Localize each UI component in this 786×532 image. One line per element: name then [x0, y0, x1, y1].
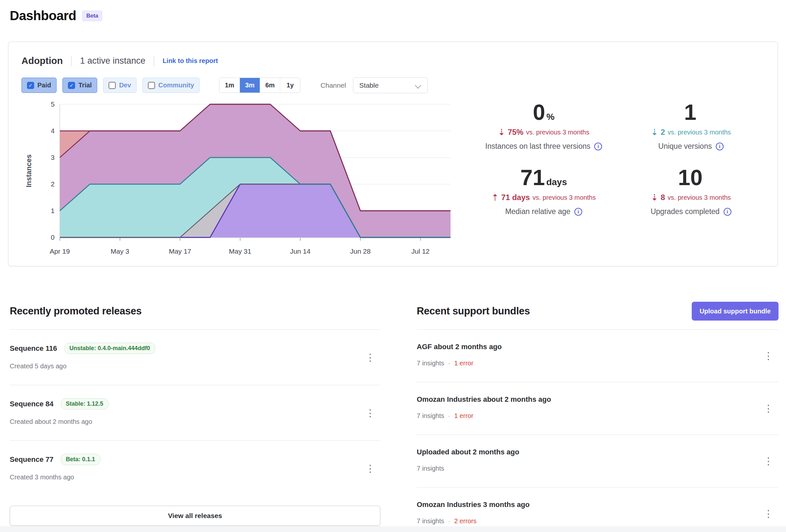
bundle-insights: 7 insights	[417, 412, 444, 420]
bundle-title: Omozan Industries about 2 months ago	[417, 395, 551, 404]
stat-value: 71	[521, 166, 545, 188]
release-channel-badge: Beta: 0.1.1	[61, 454, 100, 465]
range-1y[interactable]: 1y	[280, 78, 300, 93]
stat-value: 0	[533, 101, 545, 123]
checkbox-icon	[27, 82, 34, 89]
svg-text:May 31: May 31	[229, 247, 251, 255]
kebab-menu-icon[interactable]	[762, 401, 775, 416]
info-icon[interactable]	[594, 143, 602, 150]
upload-support-bundle-button[interactable]: Upload support bundle	[692, 302, 779, 320]
bundle-title: Uploaded about 2 months ago	[417, 448, 519, 456]
release-created: Created 5 days ago	[10, 362, 67, 370]
checkbox-icon	[109, 82, 116, 89]
bundle-insights: 7 insights	[417, 360, 444, 367]
page-bottom-strip	[0, 526, 786, 532]
svg-text:Instances: Instances	[25, 154, 33, 187]
release-row-sequence-77[interactable]: Sequence 77 Beta: 0.1.1 Created 3 months…	[10, 440, 380, 496]
down-arrow-icon: ⇣	[651, 193, 658, 202]
release-created: Created about 2 months ago	[10, 418, 92, 426]
channel-select[interactable]: Stable	[353, 77, 428, 93]
stat-value: 10	[678, 166, 703, 188]
stat-delta: ⇡ 71 days vs. previous 3 months	[491, 193, 596, 202]
svg-text:1: 1	[51, 207, 54, 214]
checkbox-icon	[68, 82, 75, 89]
stat-label: Unique versions	[658, 142, 712, 151]
link-to-report[interactable]: Link to this report	[163, 57, 218, 65]
kebab-menu-icon[interactable]	[364, 349, 377, 365]
svg-text:Jun 14: Jun 14	[290, 247, 310, 255]
stat-upgrades-completed: 10 ⇣ 8 vs. previous 3 months Upgrades co…	[623, 166, 759, 216]
release-channel-badge: Unstable: 0.4.0-main.444ddf0	[64, 343, 155, 354]
checkbox-icon	[148, 82, 155, 89]
recent-support-bundles-section: Recent support bundles Upload support bu…	[417, 301, 779, 532]
instances-area-chart: Apr 19May 3May 17May 31Jun 14Jun 28Jul 1…	[21, 99, 470, 260]
bundle-title: Omozan Industries 3 months ago	[417, 501, 530, 509]
filter-chip-trial[interactable]: Trial	[63, 78, 97, 93]
releases-list: Sequence 116 Unstable: 0.4.0-main.444ddf…	[10, 329, 380, 496]
kebab-menu-icon[interactable]	[762, 348, 775, 364]
active-instance-count: 1 active instance	[80, 56, 145, 66]
filter-chip-dev[interactable]: Dev	[103, 78, 137, 93]
stat-unique-versions: 1 ⇣ 2 vs. previous 3 months Unique versi…	[623, 101, 759, 151]
adoption-stats-grid: 0 % ⇣ 75% vs. previous 3 months Instance…	[470, 99, 765, 260]
bundle-insights: 7 insights	[417, 517, 444, 525]
kebab-menu-icon[interactable]	[364, 461, 377, 476]
recently-promoted-releases-section: Recently promoted releases Sequence 116 …	[10, 301, 380, 532]
view-all-releases-button[interactable]: View all releases	[10, 506, 380, 526]
stat-unit: %	[547, 112, 555, 121]
release-row-sequence-116[interactable]: Sequence 116 Unstable: 0.4.0-main.444ddf…	[10, 329, 380, 385]
stat-value: 1	[684, 101, 697, 123]
filter-label: Paid	[38, 81, 51, 89]
filters-row: Paid Trial Dev Community 1m 3m 6m 1y	[21, 77, 765, 93]
dot-separator: ·	[448, 517, 450, 525]
channel-filter: Channel Stable	[321, 77, 428, 93]
page-header: Dashboard Beta	[10, 8, 102, 23]
info-icon[interactable]	[574, 208, 582, 216]
bundle-insights: 7 insights	[417, 465, 444, 472]
filter-label: Trial	[78, 81, 92, 89]
release-title: Sequence 77	[10, 455, 54, 464]
svg-text:Jun 28: Jun 28	[350, 247, 371, 255]
adoption-card: Adoption 1 active instance Link to this …	[8, 42, 778, 266]
bottom-sections: Recently promoted releases Sequence 116 …	[10, 301, 779, 532]
bundles-heading: Recent support bundles	[417, 305, 530, 317]
bundle-row[interactable]: AGF about 2 months ago 7 insights · 1 er…	[417, 329, 779, 382]
filter-chip-paid[interactable]: Paid	[21, 78, 56, 93]
bundle-row[interactable]: Omozan Industries 3 months ago 7 insight…	[417, 487, 779, 532]
adoption-card-header: Adoption 1 active instance Link to this …	[21, 55, 765, 66]
filter-chip-community[interactable]: Community	[142, 78, 200, 93]
chart-and-stats: Apr 19May 3May 17May 31Jun 14Jun 28Jul 1…	[21, 99, 765, 260]
releases-heading: Recently promoted releases	[10, 305, 142, 317]
page-title: Dashboard	[10, 8, 76, 23]
info-icon[interactable]	[716, 143, 723, 150]
down-arrow-icon: ⇣	[498, 128, 505, 137]
bundle-title: AGF about 2 months ago	[417, 343, 502, 351]
divider	[71, 56, 71, 66]
bundles-list: AGF about 2 months ago 7 insights · 1 er…	[417, 329, 779, 532]
stat-instances-last-three-versions: 0 % ⇣ 75% vs. previous 3 months Instance…	[476, 101, 612, 151]
bundle-row[interactable]: Uploaded about 2 months ago 7 insights ·	[417, 435, 779, 487]
stat-label: Median relative age	[505, 207, 571, 216]
bundle-errors: 1 error	[454, 412, 473, 420]
adoption-title: Adoption	[21, 55, 63, 66]
range-6m[interactable]: 6m	[260, 78, 280, 93]
bundle-row[interactable]: Omozan Industries about 2 months ago 7 i…	[417, 382, 779, 435]
down-arrow-icon: ⇣	[651, 128, 658, 137]
stat-delta: ⇣ 8 vs. previous 3 months	[651, 193, 731, 202]
stat-label: Upgrades completed	[650, 207, 719, 216]
channel-selected-value: Stable	[359, 81, 379, 89]
stat-delta: ⇣ 2 vs. previous 3 months	[651, 128, 731, 137]
range-3m[interactable]: 3m	[239, 78, 260, 93]
release-title: Sequence 84	[10, 400, 54, 408]
stat-label: Instances on last three versions	[485, 142, 590, 151]
dot-separator: ·	[448, 360, 450, 367]
info-icon[interactable]	[723, 208, 732, 216]
release-row-sequence-84[interactable]: Sequence 84 Stable: 1.12.5 Created about…	[10, 385, 380, 440]
svg-text:May 17: May 17	[169, 247, 191, 255]
svg-text:3: 3	[51, 154, 54, 161]
kebab-menu-icon[interactable]	[762, 453, 775, 469]
range-1m[interactable]: 1m	[219, 78, 239, 93]
release-created: Created 3 months ago	[10, 474, 74, 481]
kebab-menu-icon[interactable]	[762, 506, 775, 522]
kebab-menu-icon[interactable]	[364, 405, 377, 420]
